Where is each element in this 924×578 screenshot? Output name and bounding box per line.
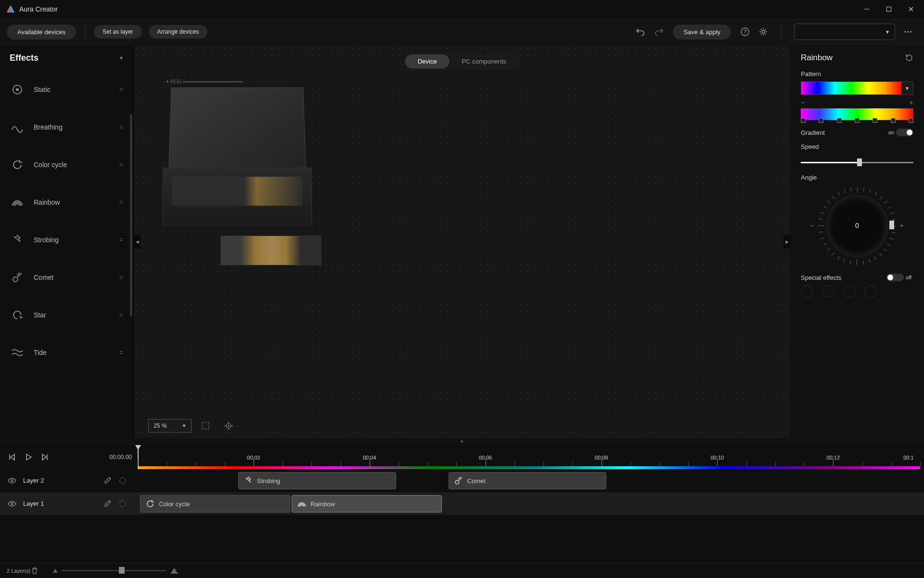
collapse-right-button[interactable]: ▶ — [783, 235, 790, 249]
pattern-dropdown[interactable]: ▼ — [801, 81, 913, 95]
se-pulse-icon — [864, 285, 877, 298]
drag-grip-icon[interactable]: = — [119, 198, 124, 206]
effects-header-label: Effects — [10, 53, 38, 63]
drag-grip-icon[interactable]: = — [119, 311, 124, 319]
app-logo-icon — [7, 5, 14, 13]
effect-item-comet[interactable]: Comet = — [0, 259, 133, 296]
drag-grip-icon[interactable]: = — [119, 123, 124, 131]
drag-grip-icon[interactable]: = — [119, 236, 124, 244]
clip-resize-handle[interactable]: ⋮⋮ — [436, 499, 439, 508]
visibility-toggle[interactable] — [8, 476, 16, 485]
clip-resize-handle[interactable]: ⋮⋮ — [601, 476, 604, 485]
skip-start-button[interactable] — [6, 451, 18, 463]
colorcycle-icon — [10, 157, 25, 172]
speed-slider[interactable] — [801, 162, 913, 163]
gradient-editor[interactable] — [801, 108, 913, 120]
skip-end-button[interactable] — [38, 451, 51, 463]
window-minimize-button[interactable] — [856, 0, 878, 18]
gradient-label: Gradient — [801, 129, 825, 136]
add-stop-button[interactable]: + — [910, 99, 913, 106]
timeline-clip[interactable]: Strobing ⋮⋮ — [238, 472, 396, 489]
angle-plus-button[interactable]: + — [900, 222, 904, 229]
svg-point-11 — [908, 31, 909, 33]
effect-item-static[interactable]: Static = — [0, 71, 133, 108]
drag-grip-icon[interactable]: = — [119, 349, 124, 356]
clip-label: Comet — [467, 477, 486, 485]
remove-stop-button[interactable]: − — [801, 99, 805, 106]
arrange-devices-button[interactable]: Arrange devices — [149, 25, 208, 39]
ruler-label: 00:04 — [363, 455, 376, 460]
reset-button[interactable] — [905, 53, 913, 62]
edit-layer-button[interactable] — [104, 499, 113, 508]
play-button[interactable] — [22, 451, 35, 463]
tab-device[interactable]: Device — [405, 54, 449, 68]
layer-color-dot[interactable] — [119, 500, 126, 507]
zoom-out-icon — [53, 569, 58, 573]
canvas-area[interactable]: ◀ ▶ Device PC components ✦ ROG ▪▪▪▪▪▪▪▪▪… — [134, 45, 790, 438]
more-button[interactable] — [902, 26, 914, 38]
effect-item-star[interactable]: Star = — [0, 296, 133, 334]
undo-button[interactable] — [634, 26, 647, 38]
ruler-label: 00:02 — [247, 455, 260, 460]
zoom-dropdown[interactable]: 25 % ▼ — [148, 419, 192, 433]
layer-color-dot[interactable] — [119, 477, 126, 484]
clip-resize-handle[interactable]: ⋮⋮ — [285, 499, 288, 508]
device-keyboard[interactable] — [220, 236, 321, 265]
drag-grip-icon[interactable]: = — [119, 161, 124, 169]
delete-layer-button[interactable] — [31, 567, 38, 575]
special-effects-toggle[interactable] — [886, 274, 904, 281]
angle-value: 0 — [816, 222, 898, 229]
save-apply-button[interactable]: Save & apply — [673, 25, 731, 39]
gradient-toggle[interactable] — [896, 129, 913, 136]
help-button[interactable]: ? — [739, 26, 751, 38]
svg-point-15 — [13, 277, 18, 282]
center-view-button[interactable] — [222, 420, 235, 432]
effect-label: Color cycle — [34, 161, 67, 169]
angle-minus-button[interactable]: − — [810, 222, 814, 229]
angle-dial[interactable]: 0 − + — [816, 185, 898, 267]
profile-dropdown[interactable]: ▼ — [794, 24, 895, 40]
effect-item-strobing[interactable]: Strobing = — [0, 221, 133, 259]
clip-resize-handle[interactable]: ⋮⋮ — [391, 476, 394, 485]
layer-name[interactable]: Layer 1 — [23, 500, 97, 507]
tab-pc-components[interactable]: PC components — [449, 54, 519, 68]
fit-to-screen-button[interactable] — [199, 420, 212, 432]
layer-name[interactable]: Layer 2 — [23, 477, 97, 484]
window-close-button[interactable] — [900, 0, 922, 18]
effect-item-tide[interactable]: Tide = — [0, 334, 133, 371]
svg-point-14 — [16, 88, 19, 91]
effect-item-breathing[interactable]: Breathing = — [0, 108, 133, 146]
drag-grip-icon[interactable]: = — [119, 86, 124, 93]
effects-scrollbar[interactable] — [130, 114, 132, 316]
special-effects-icons — [801, 285, 913, 298]
svg-point-29 — [11, 503, 13, 505]
effects-header[interactable]: Effects ▼ — [0, 45, 133, 71]
timeline-zoom-slider[interactable] — [53, 566, 178, 576]
timeline-ruler[interactable]: 00:0200:0400:0600:0800:1000:1200:1 — [138, 445, 920, 469]
effect-label: Tide — [34, 349, 47, 356]
redo-button[interactable] — [653, 26, 665, 38]
device-laptop[interactable]: ✦ ROG ▪▪▪▪▪▪▪▪▪▪▪▪▪▪▪▪▪▪▪▪▪▪▪▪▪▪▪▪▪▪▪▪▪▪… — [163, 79, 312, 223]
timeline-clip[interactable]: Color cycle ⋮⋮ — [140, 495, 290, 512]
clip-label: Color cycle — [159, 500, 190, 508]
collapse-left-button[interactable]: ◀ — [134, 235, 141, 249]
canvas-view-toggle: Device PC components — [404, 53, 520, 70]
rainbow-icon — [10, 195, 25, 210]
settings-button[interactable] — [757, 26, 770, 38]
edit-layer-button[interactable] — [104, 476, 113, 485]
special-effects-label: Special effects — [801, 274, 841, 281]
timeline-clip[interactable]: Rainbow ⋮⋮ — [292, 495, 442, 512]
timeline-clip[interactable]: Comet ⋮⋮ — [449, 472, 606, 489]
clip-effect-icon — [454, 476, 463, 486]
effect-item-rainbow[interactable]: Rainbow = — [0, 184, 133, 221]
visibility-toggle[interactable] — [8, 499, 16, 508]
effect-item-colorcycle[interactable]: Color cycle = — [0, 146, 133, 184]
angle-handle[interactable] — [889, 221, 894, 229]
drag-grip-icon[interactable]: = — [119, 274, 124, 281]
svg-point-20 — [228, 425, 230, 427]
window-maximize-button[interactable] — [878, 0, 900, 18]
set-as-layer-button[interactable]: Set as layer — [94, 25, 141, 39]
timeline-collapse-button[interactable]: ▼ — [0, 438, 924, 445]
available-devices-button[interactable]: Available devices — [7, 25, 76, 39]
effect-label: Strobing — [34, 236, 59, 244]
